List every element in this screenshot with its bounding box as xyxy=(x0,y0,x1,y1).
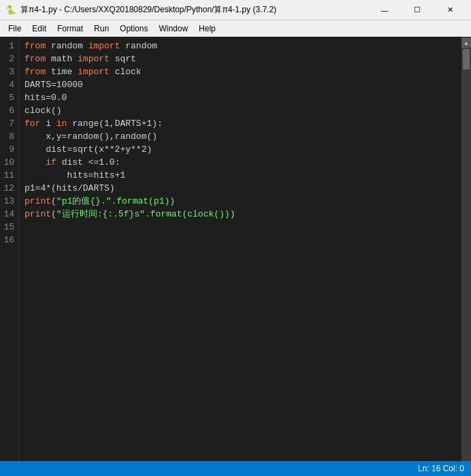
menu-help[interactable]: Help xyxy=(193,20,221,37)
line-num: 7 xyxy=(3,117,14,130)
line-num: 15 xyxy=(3,221,14,234)
minimize-button[interactable]: — xyxy=(369,0,400,20)
editor-container: 1 2 3 4 5 6 7 8 9 10 11 12 13 14 15 16 f… xyxy=(0,37,471,461)
code-editor[interactable]: from random import random from math impo… xyxy=(19,37,461,461)
line-num: 6 xyxy=(3,104,14,117)
app-icon: 🐍 xyxy=(5,5,16,16)
line-num: 12 xyxy=(3,182,14,195)
scrollbar-track: ▲ xyxy=(461,37,471,461)
menu-run[interactable]: Run xyxy=(88,20,114,37)
line-num: 2 xyxy=(3,52,14,65)
menu-edit[interactable]: Edit xyxy=(27,20,52,37)
line-num: 9 xyxy=(3,143,14,156)
maximize-button[interactable]: ☐ xyxy=(402,0,433,20)
line-num: 10 xyxy=(3,156,14,169)
line-num: 5 xyxy=(3,91,14,104)
line-num: 11 xyxy=(3,169,14,182)
close-button[interactable]: ✕ xyxy=(434,0,466,20)
line-num: 8 xyxy=(3,130,14,143)
menu-options[interactable]: Options xyxy=(114,20,153,37)
scrollbar-thumb[interactable] xyxy=(463,49,470,69)
cursor-position: Ln: 16 Col: 0 xyxy=(418,464,464,473)
status-bar: Ln: 16 Col: 0 xyxy=(0,461,471,476)
menu-window[interactable]: Window xyxy=(153,20,193,37)
menu-file[interactable]: File xyxy=(3,20,27,37)
title-bar: 🐍 算π4-1.py - C:/Users/XXQ20180829/Deskto… xyxy=(0,0,471,20)
window-title: 算π4-1.py - C:/Users/XXQ20180829/Desktop/… xyxy=(20,4,369,16)
line-num: 13 xyxy=(3,195,14,208)
line-numbers: 1 2 3 4 5 6 7 8 9 10 11 12 13 14 15 16 xyxy=(0,37,19,461)
line-num: 1 xyxy=(3,39,14,52)
line-num: 16 xyxy=(3,234,14,247)
menu-bar: File Edit Format Run Options Window Help xyxy=(0,20,471,37)
line-num: 4 xyxy=(3,78,14,91)
window-controls: — ☐ ✕ xyxy=(369,0,466,20)
line-num: 14 xyxy=(3,208,14,221)
line-num: 3 xyxy=(3,65,14,78)
menu-format[interactable]: Format xyxy=(52,20,88,37)
scroll-up-arrow[interactable]: ▲ xyxy=(461,38,471,48)
